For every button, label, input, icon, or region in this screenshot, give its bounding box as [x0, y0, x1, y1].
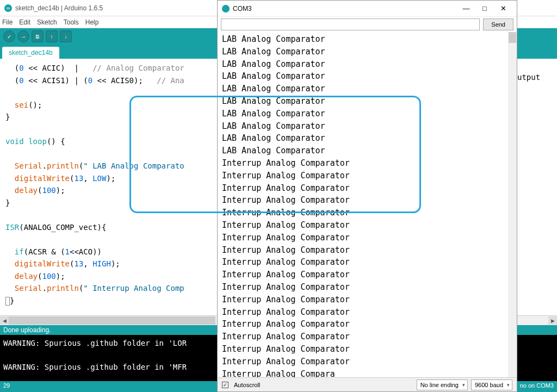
scroll-thumb[interactable]	[509, 32, 516, 43]
verify-button[interactable]: ✓	[3, 30, 15, 42]
serial-output[interactable]: LAB Analog Comparator LAB Analog Compara…	[218, 32, 517, 377]
close-icon[interactable]: ✕	[494, 2, 512, 15]
serial-line: LAB Analog Comparator	[222, 46, 517, 58]
arduino-logo-icon	[222, 5, 230, 13]
serial-footer: ✓ Autoscroll No line ending 9600 baud	[218, 377, 517, 391]
serial-line: Interrup Analog Comparator	[222, 318, 517, 331]
menu-tools[interactable]: Tools	[64, 18, 79, 26]
serial-line: Interrup Analog Comparator	[222, 194, 517, 207]
menu-file[interactable]: File	[2, 18, 13, 26]
line-ending-dropdown[interactable]: No line ending	[417, 379, 468, 390]
menu-help[interactable]: Help	[85, 18, 99, 26]
serial-line: Interrup Analog Comparator	[222, 281, 517, 294]
new-button[interactable]: 🗎	[32, 30, 44, 42]
save-button[interactable]: ↓	[60, 30, 72, 42]
serial-line: LAB Analog Comparator	[222, 120, 517, 133]
scroll-thumb[interactable]	[9, 316, 215, 325]
minimize-icon[interactable]: —	[457, 2, 475, 15]
open-button[interactable]: ↑	[46, 30, 58, 42]
serial-line: LAB Analog Comparator	[222, 33, 517, 46]
serial-line: Interrup Analog Comparator	[222, 170, 517, 182]
code-overflow-text: utput	[517, 59, 550, 83]
serial-line: LAB Analog Comparator	[222, 70, 517, 83]
send-button[interactable]: Send	[483, 18, 513, 30]
serial-line: Interrup Analog Comparator	[222, 343, 517, 356]
serial-window-title: COM3	[233, 5, 457, 13]
serial-line: Interrup Analog Comparator	[222, 294, 517, 306]
serial-line: Interrup Analog Comparator	[222, 157, 517, 170]
serial-line: LAB Analog Comparator	[222, 145, 517, 157]
scroll-left-icon[interactable]: ◀	[0, 316, 9, 325]
autoscroll-checkbox[interactable]: ✓	[222, 382, 228, 388]
serial-monitor-window: COM3 — □ ✕ Send LAB Analog Comparator LA…	[217, 0, 517, 392]
arduino-logo-icon: ∞	[4, 4, 12, 12]
serial-line: Interrup Analog Comparator	[222, 256, 517, 269]
serial-line: Interrup Analog Comparator	[222, 244, 517, 257]
serial-send-input[interactable]	[221, 18, 480, 30]
serial-line: LAB Analog Comparator	[222, 58, 517, 71]
sketch-tab[interactable]: sketch_dec14b	[2, 47, 59, 59]
serial-line: LAB Analog Comparator	[222, 95, 517, 108]
baud-dropdown[interactable]: 9600 baud	[471, 379, 512, 390]
serial-line: Interrup Analog Comparator	[222, 207, 517, 219]
scroll-right-icon[interactable]: ▶	[548, 316, 557, 325]
serial-line: Interrup Analog Comparator	[222, 219, 517, 232]
serial-line: Interrup Analog Comparator	[222, 182, 517, 195]
serial-titlebar: COM3 — □ ✕	[218, 1, 517, 17]
serial-line: Interrup Analog Compara	[222, 368, 517, 377]
serial-line: LAB Analog Comparator	[222, 83, 517, 95]
board-port-label: no on COM3	[520, 382, 554, 391]
cursor-icon	[5, 297, 10, 306]
maximize-icon[interactable]: □	[475, 2, 494, 15]
serial-line: Interrup Analog Comparator	[222, 269, 517, 281]
line-number-label: 29	[3, 382, 10, 391]
serial-vscrollbar[interactable]	[508, 32, 517, 377]
serial-line: Interrup Analog Comparator	[222, 356, 517, 368]
upload-button[interactable]: →	[17, 30, 29, 42]
serial-line: Interrup Analog Comparator	[222, 306, 517, 319]
serial-line: Interrup Analog Comparator	[222, 232, 517, 244]
window-title: sketch_dec14b | Arduino 1.6.5	[15, 4, 103, 12]
autoscroll-label: Autoscroll	[234, 382, 260, 388]
menu-edit[interactable]: Edit	[19, 18, 30, 26]
serial-line: LAB Analog Comparator	[222, 132, 517, 145]
serial-line: Interrup Analog Comparator	[222, 331, 517, 343]
serial-line: LAB Analog Comparator	[222, 108, 517, 120]
menu-sketch[interactable]: Sketch	[37, 18, 57, 26]
serial-input-row: Send	[218, 17, 517, 32]
